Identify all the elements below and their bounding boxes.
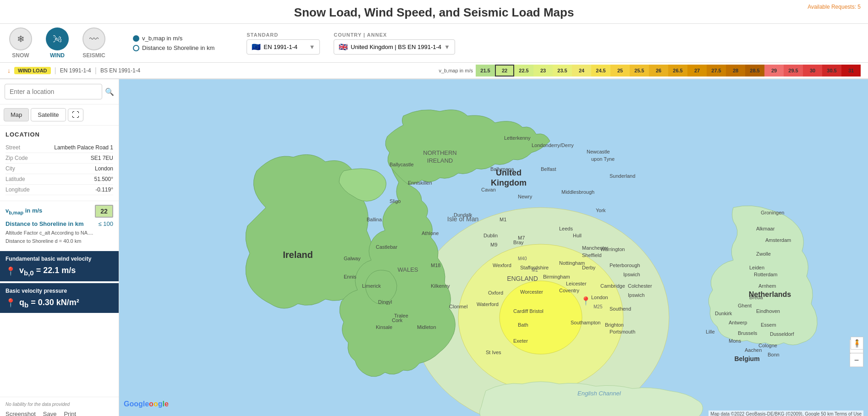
nav-item-snow[interactable]: ❄ SNOW	[9, 27, 32, 59]
location-key: Longitude	[5, 186, 30, 193]
svg-text:WALES: WALES	[397, 266, 418, 273]
location-section: LOCATION StreetLambeth Palace Road 1Zip …	[0, 126, 119, 201]
svg-text:Worcester: Worcester	[520, 289, 543, 295]
svg-text:Bonn: Bonn	[768, 352, 780, 357]
svg-text:Ennis: Ennis	[344, 274, 357, 279]
vb-map-label: vb,map in m/s	[5, 207, 42, 215]
svg-text:Amsterdam: Amsterdam	[765, 237, 791, 243]
svg-text:Newcastle: Newcastle	[587, 149, 610, 154]
velocity-section: Basic velocity pressure 📍 qb = 0.30 kN/m…	[0, 283, 119, 313]
svg-text:Middlesbrough: Middlesbrough	[561, 189, 594, 195]
svg-text:M18: M18	[431, 263, 440, 268]
svg-text:Ballina: Ballina	[367, 217, 382, 222]
nav-icons: ❄ SNOW 🌬 WIND 〰 SEISMIC	[9, 27, 105, 59]
map-tab-button[interactable]: Map	[4, 108, 29, 121]
svg-text:📍: 📍	[581, 296, 591, 306]
fundamental-title: Fundamental basic wind velocity	[5, 256, 113, 262]
svg-text:Leeds: Leeds	[559, 226, 573, 231]
scale-item: 23	[533, 65, 553, 77]
svg-text:Midleton: Midleton	[417, 324, 436, 330]
wind-values-section: vb,map in m/s 22 Distance to Shoreline i…	[0, 201, 119, 247]
toolbar: ↓ WIND LOAD | EN 1991-1-4 | BS EN 1991-1…	[0, 63, 868, 79]
nav-item-wind[interactable]: 🌬 WIND	[46, 27, 69, 59]
scale-item: 31	[841, 65, 861, 77]
svg-text:Zwolle: Zwolle	[756, 251, 771, 257]
toolbar-left: ↓ WIND LOAD | EN 1991-1-4 | BS EN 1991-1…	[7, 66, 140, 75]
svg-text:NORTHERN: NORTHERN	[423, 149, 456, 156]
svg-text:Clonmel: Clonmel	[449, 304, 467, 309]
radio-shore-label: Distance to Shoreline in km	[142, 44, 214, 51]
svg-text:Essem: Essem	[761, 322, 776, 328]
nav-item-seismic[interactable]: 〰 SEISMIC	[82, 27, 105, 59]
svg-text:Ireland: Ireland	[283, 250, 313, 260]
svg-text:Newry: Newry	[518, 194, 533, 199]
svg-text:Ballycastle: Ballycastle	[390, 162, 414, 167]
satellite-tab-button[interactable]: Satellite	[31, 108, 66, 121]
map-fullscreen-button[interactable]: ⛶	[68, 109, 83, 121]
svg-text:M9: M9	[490, 242, 497, 247]
svg-text:Ghent: Ghent	[738, 303, 752, 308]
scale-item: 23.5	[553, 65, 572, 77]
scale-item: 24.5	[591, 65, 610, 77]
svg-text:Hull: Hull	[573, 233, 582, 238]
svg-text:ENGLAND: ENGLAND	[507, 275, 538, 282]
google-attribution: Googleoogle	[124, 400, 169, 408]
print-button[interactable]: Print	[64, 411, 76, 416]
scale-item: 28	[726, 65, 745, 77]
location-key: Zip Code	[5, 155, 28, 161]
save-button[interactable]: Save	[43, 411, 57, 416]
shore-row: Distance to Shoreline in km ≤ 100	[5, 220, 113, 227]
svg-text:Exeter: Exeter	[513, 338, 528, 344]
svg-text:Kinsale: Kinsale	[376, 324, 392, 330]
eu-flag: 🇪🇺	[252, 43, 261, 51]
snow-label: SNOW	[12, 52, 29, 59]
radio-shore[interactable]: Distance to Shoreline in km	[133, 44, 214, 51]
zoom-out-button[interactable]: −	[850, 354, 863, 367]
svg-text:Kilkenny: Kilkenny	[431, 283, 450, 289]
svg-text:Sunderland: Sunderland	[610, 173, 635, 179]
map-attribution-text: Map data ©2022 GeoBasis-DE/BKG (©2009), …	[709, 411, 863, 416]
svg-text:Enniskillen: Enniskillen	[408, 180, 432, 186]
svg-text:Ipswich: Ipswich	[628, 292, 645, 298]
svg-text:Antwerp: Antwerp	[729, 320, 747, 325]
location-value: -0.119°	[95, 186, 113, 193]
toolbar-divider2: |	[95, 66, 97, 75]
radio-dot-shore	[133, 45, 139, 51]
location-row: Zip CodeSE1 7EU	[5, 153, 113, 164]
footer-buttons: Screenshot Save Print	[5, 411, 113, 416]
map-container: United Kingdom Ireland ENGLAND WALES NOR…	[119, 79, 868, 416]
wind-label: WIND	[50, 52, 65, 59]
street-view-button[interactable]: 🧍	[851, 337, 863, 350]
country-dropdown[interactable]: 🇬🇧 United Kingdom | BS EN 1991-1-4 ▼	[334, 39, 455, 55]
search-icon[interactable]: 🔍	[105, 88, 114, 96]
scale-item: 26	[649, 65, 668, 77]
wind-load-badge: WIND LOAD	[14, 67, 51, 74]
svg-text:Birmingham: Birmingham	[543, 274, 570, 279]
uk-flag: 🇬🇧	[339, 43, 348, 51]
standard-label: STANDARD	[247, 32, 320, 38]
radio-vb-map[interactable]: v_b,map in m/s	[133, 35, 214, 42]
svg-text:Rotterdam: Rotterdam	[754, 272, 777, 277]
toolbar-divider: |	[55, 66, 56, 75]
svg-text:Oxford: Oxford	[488, 290, 503, 296]
svg-text:Aachen: Aachen	[745, 347, 762, 353]
altitude-note: Altitude Factor c_alt According to NA...…	[5, 230, 113, 235]
location-rows: StreetLambeth Palace Road 1Zip CodeSE1 7…	[5, 142, 113, 195]
location-row: CityLondon	[5, 164, 113, 174]
search-input[interactable]	[5, 84, 102, 99]
standard-select-group: STANDARD 🇪🇺 EN 1991-1-4 ▼	[247, 32, 320, 55]
scale-item: 25	[610, 65, 630, 77]
sidebar-footer: No liability for the data provided Scree…	[0, 397, 119, 416]
location-row: StreetLambeth Palace Road 1	[5, 142, 113, 153]
standard-arrow-icon: ▼	[309, 44, 315, 50]
standard-dropdown[interactable]: 🇪🇺 EN 1991-1-4 ▼	[247, 39, 320, 55]
svg-text:English Channel: English Channel	[577, 390, 621, 397]
svg-text:Leiden: Leiden	[749, 265, 764, 270]
svg-text:Lille: Lille	[706, 329, 715, 334]
screenshot-button[interactable]: Screenshot	[5, 411, 36, 416]
radio-dot-vb	[133, 35, 139, 42]
fundamental-section: Fundamental basic wind velocity 📍 vb,0 =…	[0, 251, 119, 281]
map-area[interactable]: United Kingdom Ireland ENGLAND WALES NOR…	[119, 79, 868, 416]
svg-text:Castlebar: Castlebar	[376, 244, 397, 250]
seismic-label: SEISMIC	[82, 52, 105, 59]
